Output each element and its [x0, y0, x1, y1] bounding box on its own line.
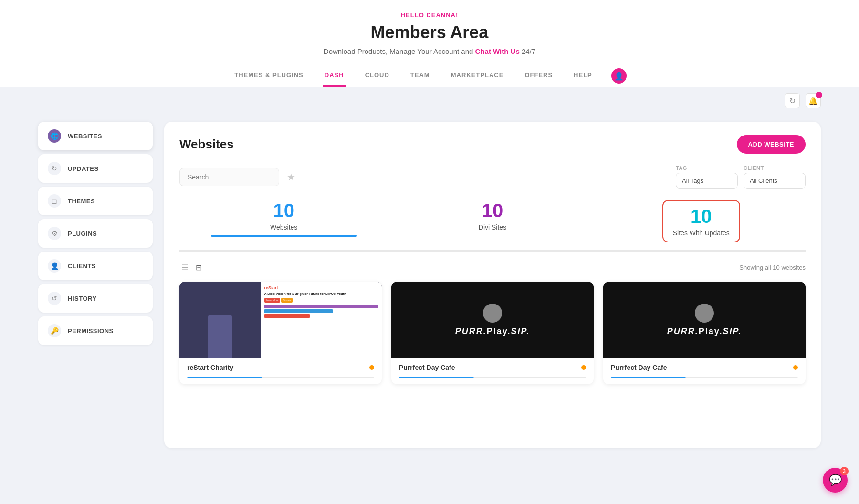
sidebar-item-updates[interactable]: ↻ UPDATES	[38, 154, 153, 183]
globe-icon: 🌐	[48, 129, 61, 143]
website-card-restart[interactable]: reStart A Bold Vision for a Brighter Fut…	[179, 282, 382, 384]
stat-updates-number: 10	[673, 206, 730, 227]
card-name-purr2: Purrfect Day Cafe	[611, 364, 667, 371]
refresh-sidebar-icon: ↻	[48, 162, 61, 175]
filters-row: ★ TAG All Tags CLIENT All Clients	[179, 165, 806, 189]
sidebar-label-permissions: PERMISSIONS	[68, 327, 114, 335]
card-footer-purr2: Purrfect Day Cafe	[603, 358, 806, 377]
card-name-restart: reStart Charity	[187, 364, 233, 371]
sidebar-label-websites: WEBSITES	[68, 133, 102, 140]
sidebar-item-plugins[interactable]: ⚙ PLUGINS	[38, 219, 153, 248]
client-filter-select[interactable]: All Clients	[744, 173, 806, 189]
stat-divi-label: Divi Sites	[388, 223, 597, 231]
stat-websites[interactable]: 10 Websites	[179, 200, 388, 242]
main-layout: 🌐 WEBSITES ↻ UPDATES ◻ THEMES ⚙ PLUGINS …	[0, 114, 859, 448]
main-nav: THEMES & PLUGINS DASH CLOUD TEAM MARKETP…	[0, 65, 859, 87]
restart-card-preview: reStart A Bold Vision for a Brighter Fut…	[179, 282, 382, 358]
card-status-dot-restart	[369, 365, 374, 370]
chat-link[interactable]: Chat With Us	[475, 47, 520, 55]
card-image-restart: reStart A Bold Vision for a Brighter Fut…	[179, 282, 382, 358]
sidebar: 🌐 WEBSITES ↻ UPDATES ◻ THEMES ⚙ PLUGINS …	[38, 114, 153, 448]
showing-row: ☰ ⊞ Showing all 10 websites	[179, 261, 806, 274]
notifications-badge	[816, 92, 822, 98]
stat-websites-number: 10	[179, 200, 388, 221]
card-progress-purr1	[399, 377, 586, 378]
notifications-icon[interactable]: 🔔	[806, 93, 821, 108]
header: HELLO DEANNA! Members Area Download Prod…	[0, 0, 859, 87]
refresh-icon[interactable]: ↻	[785, 93, 800, 108]
stat-bar	[211, 235, 357, 237]
purr1-card-preview: PURR.Play.SIP.	[391, 282, 594, 358]
website-card-purr2[interactable]: PURR.Play.SIP. Purrfect Day Cafe	[603, 282, 806, 384]
search-input[interactable]	[179, 168, 279, 186]
user-avatar[interactable]: 👤	[611, 68, 627, 84]
sidebar-item-websites[interactable]: 🌐 WEBSITES	[38, 122, 153, 150]
content-title: Websites	[179, 137, 234, 152]
stats-row: 10 Websites 10 Divi Sites 10 Sites With …	[179, 200, 806, 252]
client-filter-wrapper: CLIENT All Clients	[744, 165, 806, 189]
chat-badge: 3	[840, 467, 849, 475]
chat-bubble[interactable]: 💬 3	[823, 468, 848, 493]
card-image-purr2: PURR.Play.SIP.	[603, 282, 806, 358]
sidebar-label-plugins: PLUGINS	[68, 230, 97, 237]
sidebar-label-themes: THEMES	[68, 198, 95, 205]
stat-updates-label: Sites With Updates	[673, 229, 730, 237]
sidebar-label-history: HISTORY	[68, 295, 97, 302]
card-footer-restart: reStart Charity	[179, 358, 382, 377]
content-header: Websites ADD WEBSITE	[179, 135, 806, 154]
plugins-icon: ⚙	[48, 227, 61, 240]
card-name-purr1: Purrfect Day Cafe	[399, 364, 455, 371]
nav-team[interactable]: TEAM	[409, 65, 432, 87]
favorite-star-icon[interactable]: ★	[287, 171, 295, 183]
add-website-button[interactable]: ADD WEBSITE	[737, 135, 806, 154]
card-progress-restart	[187, 377, 374, 378]
view-icons: ☰ ⊞	[179, 261, 204, 274]
tag-label: TAG	[676, 165, 738, 171]
toolbar: ↻ 🔔	[0, 87, 859, 114]
stat-updates[interactable]: 10 Sites With Updates	[597, 200, 806, 242]
card-image-purr1: PURR.Play.SIP.	[391, 282, 594, 358]
grid-view-icon[interactable]: ⊞	[194, 261, 204, 274]
history-icon: ↺	[48, 292, 61, 305]
nav-offers[interactable]: OFFERS	[523, 65, 555, 87]
sidebar-item-themes[interactable]: ◻ THEMES	[38, 187, 153, 215]
subtitle: Download Products, Manage Your Account a…	[0, 47, 859, 55]
list-view-icon[interactable]: ☰	[179, 261, 190, 274]
page-title: Members Area	[0, 22, 859, 42]
tag-filter-wrapper: TAG All Tags	[676, 165, 738, 189]
stat-websites-label: Websites	[179, 223, 388, 231]
sidebar-label-updates: UPDATES	[68, 165, 99, 172]
nav-marketplace[interactable]: MARKETPLACE	[449, 65, 506, 87]
website-card-purr1[interactable]: PURR.Play.SIP. Purrfect Day Cafe	[391, 282, 594, 384]
card-status-dot-purr1	[581, 365, 586, 370]
stat-divi[interactable]: 10 Divi Sites	[388, 200, 597, 242]
tag-filter-select[interactable]: All Tags	[676, 173, 738, 189]
nav-dash[interactable]: DASH	[323, 65, 346, 87]
clients-icon: 👤	[48, 259, 61, 273]
stat-divi-number: 10	[388, 200, 597, 221]
card-progress-purr2	[611, 377, 798, 378]
cards-grid: reStart A Bold Vision for a Brighter Fut…	[179, 282, 806, 384]
sidebar-item-permissions[interactable]: 🔑 PERMISSIONS	[38, 316, 153, 345]
showing-text: Showing all 10 websites	[739, 264, 806, 271]
client-label: CLIENT	[744, 165, 806, 171]
sidebar-item-clients[interactable]: 👤 CLIENTS	[38, 252, 153, 280]
card-footer-purr1: Purrfect Day Cafe	[391, 358, 594, 377]
sidebar-item-history[interactable]: ↺ HISTORY	[38, 284, 153, 313]
themes-icon: ◻	[48, 194, 61, 208]
main-content: Websites ADD WEBSITE ★ TAG All Tags CLIE…	[164, 122, 821, 448]
nav-help[interactable]: HELP	[572, 65, 594, 87]
nav-themes-plugins[interactable]: THEMES & PLUGINS	[232, 65, 305, 87]
stat-updates-box: 10 Sites With Updates	[662, 200, 740, 242]
sidebar-label-clients: CLIENTS	[68, 262, 96, 270]
permissions-icon: 🔑	[48, 324, 61, 337]
purr2-card-preview: PURR.Play.SIP.	[603, 282, 806, 358]
hello-text: HELLO DEANNA!	[0, 11, 859, 19]
nav-cloud[interactable]: CLOUD	[363, 65, 391, 87]
filter-group: TAG All Tags CLIENT All Clients	[676, 165, 806, 189]
card-status-dot-purr2	[793, 365, 798, 370]
